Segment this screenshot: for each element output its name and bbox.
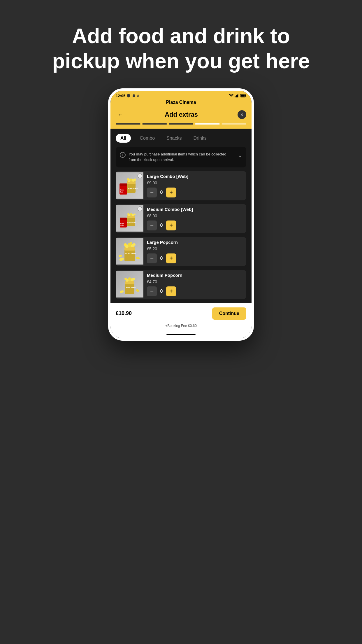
product-price-medium-popcorn: £4.70 — [147, 279, 239, 284]
product-details-large-combo: Large Combo [Web] £9.00 − 0 + — [143, 171, 243, 200]
svg-point-54 — [136, 289, 140, 292]
wifi-icon — [229, 94, 233, 97]
svg-text:POPCORN: POPCORN — [127, 221, 136, 223]
info-icon: i — [120, 152, 126, 158]
progress-bar — [110, 123, 252, 129]
product-details-medium-popcorn: Medium Popcorn £4.70 − 0 + — [143, 270, 243, 299]
decrease-large-combo[interactable]: − — [147, 188, 157, 197]
svg-rect-8 — [241, 95, 245, 97]
close-button[interactable]: ✕ — [238, 110, 246, 119]
increase-large-popcorn[interactable]: + — [166, 253, 176, 263]
svg-point-39 — [124, 243, 127, 246]
home-bar — [166, 334, 196, 335]
info-banner[interactable]: i You may purchase additional items whic… — [116, 147, 246, 167]
svg-point-40 — [133, 243, 136, 246]
svg-point-32 — [134, 214, 136, 215]
svg-text:POPCORN: POPCORN — [128, 188, 138, 190]
footer-bar: £10.90 Continue — [110, 303, 252, 323]
svg-rect-2 — [235, 96, 236, 97]
info-banner-text: You may purchase additional items which … — [129, 151, 235, 163]
app-header: Plaza Cinema ← Add extras ✕ — [110, 100, 252, 123]
qty-value-large-popcorn: 0 — [159, 256, 164, 261]
quantity-control-medium-popcorn: − 0 + — [147, 286, 239, 296]
svg-rect-25 — [120, 218, 127, 220]
product-name-large-combo: Large Combo [Web] — [147, 174, 239, 179]
decrease-medium-combo[interactable]: − — [147, 220, 157, 230]
progress-segment-5 — [222, 123, 246, 125]
product-price-medium-combo: £8.00 — [147, 214, 239, 218]
product-image-large-combo: POPCORN Coca Cola i — [116, 172, 143, 199]
app-body: All Combo Snacks Drinks i You may purcha… — [110, 129, 252, 299]
svg-point-52 — [133, 278, 135, 280]
tab-combo[interactable]: Combo — [137, 134, 158, 143]
svg-rect-4 — [237, 94, 238, 97]
svg-rect-22 — [127, 216, 135, 218]
progress-segment-3 — [169, 123, 194, 125]
decrease-medium-popcorn[interactable]: − — [147, 286, 157, 296]
back-button[interactable]: ← — [116, 110, 125, 119]
status-bar: 12:05 A — [110, 91, 252, 100]
battery-icon — [240, 94, 246, 97]
svg-point-19 — [127, 178, 129, 181]
tab-snacks[interactable]: Snacks — [164, 134, 184, 143]
svg-text:A: A — [137, 94, 139, 97]
decrease-large-popcorn[interactable]: − — [147, 253, 157, 263]
svg-rect-5 — [239, 94, 240, 97]
svg-point-20 — [134, 178, 136, 181]
product-details-medium-combo: Medium Combo [Web] £8.00 − 0 + — [143, 204, 243, 233]
product-medium-combo: POPCORN Coca Cola i Medium Combo [Web] £… — [116, 204, 246, 233]
svg-point-42 — [119, 257, 124, 262]
header-title-line2: pickup when you get here — [52, 49, 310, 73]
quantity-control-medium-combo: − 0 + — [147, 220, 239, 230]
large-popcorn-svg: POPCORN — [118, 238, 141, 265]
svg-text:Cola: Cola — [120, 191, 123, 193]
product-price-large-combo: £9.00 — [147, 181, 239, 185]
svg-point-41 — [129, 242, 132, 245]
increase-medium-combo[interactable]: + — [166, 220, 176, 230]
product-info-badge[interactable]: i — [138, 174, 142, 178]
product-image-medium-combo: POPCORN Coca Cola i — [116, 205, 143, 232]
product-name-medium-popcorn: Medium Popcorn — [147, 273, 239, 278]
product-price-large-popcorn: £5.20 — [147, 246, 239, 251]
progress-segment-1 — [116, 123, 140, 125]
product-name-large-popcorn: Large Popcorn — [147, 240, 239, 245]
product-name-medium-combo: Medium Combo [Web] — [147, 207, 239, 212]
tab-all[interactable]: All — [116, 134, 131, 143]
quantity-control-large-combo: − 0 + — [147, 188, 239, 197]
qty-value-medium-combo: 0 — [159, 223, 164, 228]
svg-text:Cola: Cola — [120, 224, 124, 226]
svg-point-30 — [132, 214, 134, 216]
chevron-down-icon: ⌄ — [238, 152, 242, 158]
signal-icon — [235, 94, 239, 97]
tab-drinks[interactable]: Drinks — [191, 134, 210, 143]
status-time: 12:05 — [116, 94, 125, 98]
product-large-combo: POPCORN Coca Cola i Large Combo [Web] — [116, 171, 246, 200]
svg-text:Coca: Coca — [120, 189, 124, 191]
svg-text:POPCORN: POPCORN — [126, 286, 136, 288]
product-medium-popcorn: POPCORN Medium Popcorn £4.70 − 0 + — [116, 270, 246, 299]
svg-point-44 — [118, 254, 122, 257]
lock-icon — [132, 94, 136, 98]
qty-value-large-combo: 0 — [159, 190, 164, 195]
increase-large-combo[interactable]: + — [166, 188, 176, 197]
screen-title: Add extras — [165, 111, 198, 118]
total-price: £10.90 — [116, 310, 132, 316]
booking-fee: +Booking Fee £0.60 — [110, 323, 252, 332]
svg-point-53 — [120, 290, 124, 293]
svg-rect-46 — [125, 281, 134, 284]
svg-point-43 — [136, 257, 140, 260]
category-tabs: All Combo Snacks Drinks — [110, 129, 252, 147]
increase-medium-popcorn[interactable]: + — [166, 286, 176, 296]
svg-text:POPCORN: POPCORN — [125, 253, 136, 255]
progress-segment-4 — [195, 123, 220, 125]
phone-frame: 12:05 A Plaza Cinema ← Add extras ✕ — [108, 88, 254, 341]
product-image-large-popcorn: POPCORN — [116, 238, 143, 265]
continue-button[interactable]: Continue — [212, 307, 246, 320]
svg-rect-13 — [120, 183, 127, 186]
shield-icon — [126, 94, 131, 98]
product-info-badge-medium[interactable]: i — [138, 206, 142, 211]
svg-rect-0 — [133, 95, 135, 97]
qty-value-medium-popcorn: 0 — [159, 289, 164, 294]
page-header: Add food and drink to pickup when you ge… — [23, 0, 339, 88]
product-image-medium-popcorn: POPCORN — [116, 271, 143, 298]
